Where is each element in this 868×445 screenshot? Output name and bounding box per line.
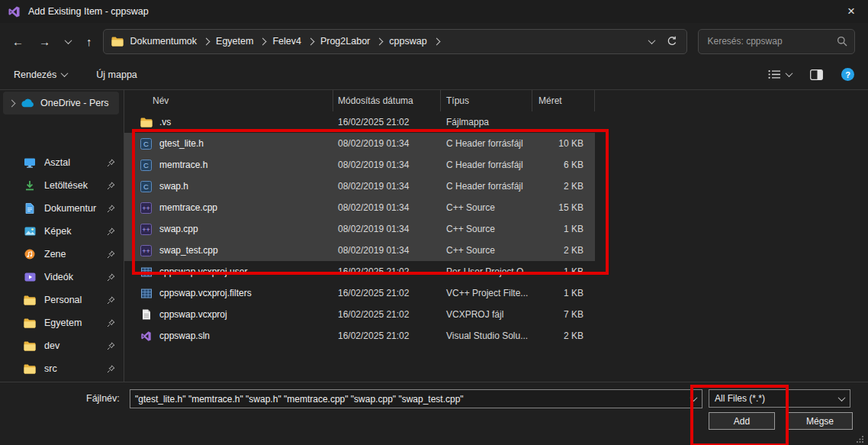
- sort-button[interactable]: Rendezés: [14, 69, 67, 80]
- breadcrumb-segment-prog2labor[interactable]: Prog2Labor: [320, 36, 389, 47]
- svg-text:C: C: [143, 182, 149, 191]
- svg-text:++: ++: [142, 205, 150, 212]
- column-header-name[interactable]: Név: [124, 90, 333, 111]
- file-row-swap-cpp[interactable]: ++swap.cpp 08/02/2019 01:34 C++ Source 1…: [124, 218, 595, 240]
- pin-icon: [107, 205, 115, 213]
- c-header-icon: C: [140, 138, 153, 150]
- sidebar-item-onedrive[interactable]: OneDrive - Pers: [3, 92, 119, 114]
- search-input[interactable]: [706, 35, 837, 47]
- pin-icon: [107, 182, 115, 190]
- close-icon[interactable]: ×: [834, 0, 868, 23]
- file-row-cppswap-sln[interactable]: cppswap.sln 16/02/2025 21:02 Visual Stud…: [124, 325, 595, 347]
- desktop-icon: [23, 158, 37, 168]
- file-row-vs[interactable]: .vs 16/02/2025 21:02 Fájlmappa: [124, 111, 595, 133]
- breadcrumb-separator-icon: [376, 37, 384, 45]
- file-row-gtest-lite-h[interactable]: Cgtest_lite.h 08/02/2019 01:34 C Header …: [124, 133, 595, 154]
- breadcrumb-segment-dokumentumok[interactable]: Dokumentumok: [130, 36, 217, 47]
- help-button[interactable]: ?: [841, 68, 854, 81]
- titlebar: Add Existing Item - cppswap ×: [0, 0, 868, 23]
- breadcrumb-segment-felev4[interactable]: Felev4: [272, 36, 320, 47]
- folder-icon: [23, 295, 37, 305]
- breadcrumb-separator-icon: [259, 37, 267, 45]
- view-options-button[interactable]: [768, 69, 792, 79]
- search-box[interactable]: [698, 29, 855, 54]
- up-button[interactable]: ↑: [86, 36, 92, 47]
- pin-icon: [107, 365, 115, 373]
- pin-icon: [107, 319, 115, 327]
- back-button[interactable]: ←: [12, 36, 24, 47]
- column-header-date[interactable]: Módosítás dátuma: [333, 90, 441, 111]
- file-row-cppswap-vcxproj[interactable]: cppswap.vcxproj 16/02/2025 21:02 VCXPROJ…: [124, 304, 595, 325]
- doc-file-icon: [140, 309, 153, 320]
- breadcrumb-separator-icon: [203, 37, 211, 45]
- file-row-memtrace-h[interactable]: Cmemtrace.h 08/02/2019 01:34 C Header fo…: [124, 154, 595, 176]
- window-title: Add Existing Item - cppswap: [28, 6, 149, 17]
- sidebar-item-src[interactable]: src: [0, 357, 124, 380]
- sidebar-item-dev[interactable]: dev: [0, 334, 124, 357]
- breadcrumb-segment-cppswap[interactable]: cppswap: [389, 36, 445, 47]
- refresh-icon[interactable]: [667, 36, 677, 47]
- resize-grip[interactable]: [856, 435, 864, 443]
- documents-icon: [23, 203, 37, 214]
- add-button[interactable]: Add: [709, 412, 775, 430]
- folder-icon: [23, 318, 37, 328]
- filename-input[interactable]: [130, 394, 691, 405]
- sidebar-item-egyetem[interactable]: Egyetem: [0, 311, 124, 334]
- pin-icon: [107, 296, 115, 305]
- chevron-down-icon: [61, 69, 69, 77]
- sidebar: OneDrive - Pers Asztal Letöltések Dokume…: [0, 90, 124, 382]
- filename-combobox[interactable]: [130, 389, 702, 408]
- address-dropdown-chevron-icon[interactable]: [648, 37, 655, 44]
- preview-pane-button[interactable]: [810, 69, 823, 80]
- column-header-size[interactable]: Méret: [532, 90, 595, 111]
- recent-locations-chevron-icon[interactable]: [65, 37, 72, 44]
- column-header-type[interactable]: Típus: [441, 90, 532, 111]
- sidebar-item-zene[interactable]: Zene: [0, 243, 124, 266]
- svg-text:C: C: [143, 140, 149, 148]
- file-row-memtrace-cpp[interactable]: ++memtrace.cpp 08/02/2019 01:34 C++ Sour…: [124, 197, 595, 218]
- sln-file-icon: [140, 331, 153, 342]
- add-existing-item-dialog: Add Existing Item - cppswap × ← → ↑ Doku…: [0, 0, 868, 445]
- pictures-icon: [23, 227, 37, 236]
- filetype-combobox[interactable]: All Files (*.*): [709, 389, 850, 408]
- videos-icon: [23, 272, 37, 282]
- cancel-button[interactable]: Mégse: [787, 412, 853, 430]
- address-bar-controls: [649, 36, 677, 47]
- sidebar-item-personal[interactable]: Personal: [0, 289, 124, 311]
- folder-icon: [140, 118, 153, 127]
- file-row-swap-h[interactable]: Cswap.h 08/02/2019 01:34 C Header forrás…: [124, 176, 595, 197]
- pin-icon: [107, 159, 115, 167]
- sidebar-item-vide-k[interactable]: Videók: [0, 266, 124, 289]
- new-folder-label: Új mappa: [96, 69, 137, 80]
- file-row-swap-test-cpp[interactable]: ++swap_test.cpp 08/02/2019 01:34 C++ Sou…: [124, 240, 595, 261]
- column-headers: Név Módosítás dátuma Típus Méret: [124, 90, 868, 111]
- cpp-source-icon: ++: [140, 245, 153, 256]
- filename-dropdown-chevron-icon[interactable]: [690, 394, 698, 401]
- visual-studio-logo-icon: [8, 5, 21, 18]
- music-icon: [23, 249, 37, 260]
- file-row-cppswap-vcxproj-user[interactable]: cppswap.vcxproj.user 16/02/2025 21:02 Pe…: [124, 261, 595, 282]
- file-row-cppswap-vcxproj-filters[interactable]: cppswap.vcxproj.filters 16/02/2025 21:02…: [124, 282, 595, 304]
- expand-chevron-icon[interactable]: [8, 99, 16, 107]
- sidebar-item-label: OneDrive - Pers: [40, 98, 119, 108]
- sidebar-item-dokumentur[interactable]: Dokumentur: [0, 197, 124, 220]
- pin-icon: [107, 342, 115, 350]
- file-list: .vs 16/02/2025 21:02 Fájlmappa Cgtest_li…: [124, 111, 868, 347]
- command-bar: Rendezés Új mappa ?: [0, 60, 868, 90]
- downloads-icon: [23, 180, 37, 191]
- filetype-value: All Files (*.*): [715, 393, 765, 404]
- search-icon: [837, 36, 847, 47]
- sidebar-item-k-pek[interactable]: Képek: [0, 220, 124, 243]
- sidebar-item-asztal[interactable]: Asztal: [0, 151, 124, 174]
- sidebar-item-let-lt-sek[interactable]: Letöltések: [0, 174, 124, 197]
- forward-button[interactable]: →: [39, 36, 50, 47]
- chevron-down-icon: [786, 69, 793, 77]
- new-folder-button[interactable]: Új mappa: [96, 69, 137, 80]
- address-bar[interactable]: Dokumentumok Egyetem Felev4 Prog2Labor c…: [103, 29, 687, 54]
- breadcrumb: Dokumentumok Egyetem Felev4 Prog2Labor c…: [130, 36, 649, 47]
- svg-text:++: ++: [142, 226, 150, 234]
- filetype-dropdown-chevron-icon: [838, 394, 846, 401]
- breadcrumb-segment-egyetem[interactable]: Egyetem: [216, 36, 272, 47]
- folder-icon: [23, 341, 37, 351]
- sidebar-items: Asztal Letöltések Dokumentur Képek Zene …: [0, 151, 124, 380]
